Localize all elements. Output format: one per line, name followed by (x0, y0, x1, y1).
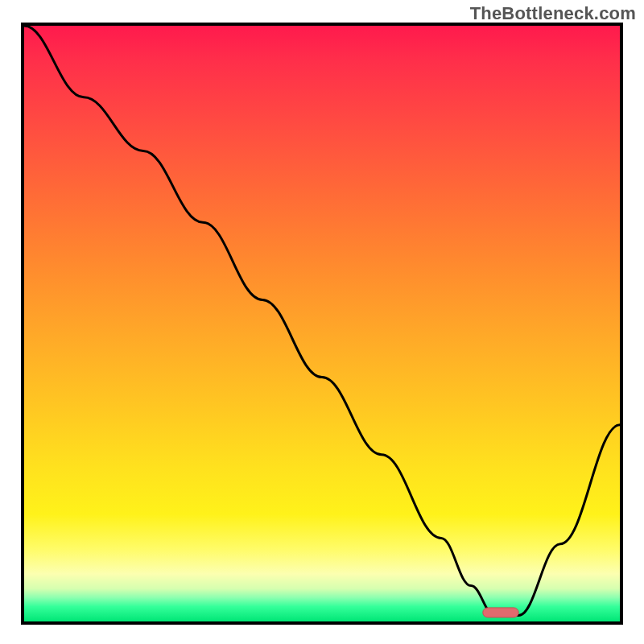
plot-box (21, 23, 623, 625)
bottleneck-curve (24, 26, 620, 616)
optimal-range-marker (483, 608, 518, 617)
watermark-text: TheBottleneck.com (470, 3, 636, 24)
chart-wrap: TheBottleneck.com (0, 0, 644, 644)
curve-layer (24, 26, 620, 621)
